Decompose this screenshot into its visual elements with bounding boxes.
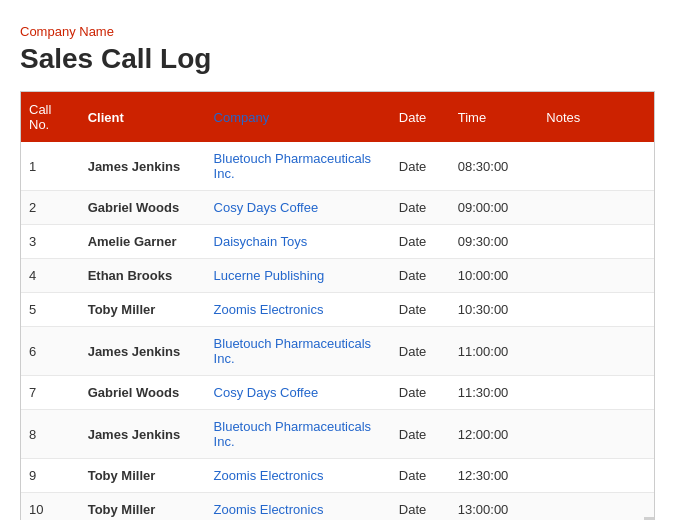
cell-client: Gabriel Woods <box>80 191 206 225</box>
cell-date: Date <box>391 493 450 521</box>
cell-callno: 1 <box>21 142 80 191</box>
cell-date: Date <box>391 293 450 327</box>
cell-company: Bluetouch Pharmaceuticals Inc. <box>206 410 391 459</box>
cell-notes <box>538 327 654 376</box>
cell-client: Gabriel Woods <box>80 376 206 410</box>
cell-client: James Jenkins <box>80 410 206 459</box>
cell-notes <box>538 225 654 259</box>
col-header-client: Client <box>80 92 206 142</box>
cell-company: Bluetouch Pharmaceuticals Inc. <box>206 327 391 376</box>
cell-company: Bluetouch Pharmaceuticals Inc. <box>206 142 391 191</box>
cell-client: James Jenkins <box>80 327 206 376</box>
cell-date: Date <box>391 327 450 376</box>
table-row: 10Toby MillerZoomis ElectronicsDate13:00… <box>21 493 654 521</box>
cell-notes <box>538 459 654 493</box>
table-row: 4Ethan BrooksLucerne PublishingDate10:00… <box>21 259 654 293</box>
cell-date: Date <box>391 225 450 259</box>
cell-time: 12:00:00 <box>450 410 539 459</box>
cell-time: 08:30:00 <box>450 142 539 191</box>
cell-notes <box>538 191 654 225</box>
cell-company: Zoomis Electronics <box>206 493 391 521</box>
cell-client: Ethan Brooks <box>80 259 206 293</box>
table-row: 8James JenkinsBluetouch Pharmaceuticals … <box>21 410 654 459</box>
cell-callno: 10 <box>21 493 80 521</box>
cell-notes <box>538 293 654 327</box>
cell-time: 10:30:00 <box>450 293 539 327</box>
company-name: Company Name <box>20 24 655 39</box>
cell-client: Amelie Garner <box>80 225 206 259</box>
table-row: 3Amelie GarnerDaisychain ToysDate09:30:0… <box>21 225 654 259</box>
cell-notes <box>538 142 654 191</box>
cell-callno: 5 <box>21 293 80 327</box>
table-row: 9Toby MillerZoomis ElectronicsDate12:30:… <box>21 459 654 493</box>
table-row: 1James JenkinsBluetouch Pharmaceuticals … <box>21 142 654 191</box>
table-row: 2Gabriel WoodsCosy Days CoffeeDate09:00:… <box>21 191 654 225</box>
table-row: 6James JenkinsBluetouch Pharmaceuticals … <box>21 327 654 376</box>
cell-date: Date <box>391 459 450 493</box>
col-header-callno: Call No. <box>21 92 80 142</box>
cell-date: Date <box>391 191 450 225</box>
cell-date: Date <box>391 410 450 459</box>
cell-company: Daisychain Toys <box>206 225 391 259</box>
page-title: Sales Call Log <box>20 43 655 75</box>
cell-callno: 8 <box>21 410 80 459</box>
cell-time: 09:30:00 <box>450 225 539 259</box>
cell-client: Toby Miller <box>80 459 206 493</box>
cell-callno: 3 <box>21 225 80 259</box>
cell-company: Cosy Days Coffee <box>206 376 391 410</box>
col-header-notes: Notes <box>538 92 654 142</box>
cell-callno: 9 <box>21 459 80 493</box>
sales-call-log-table: Call No. Client Company Date Time Notes … <box>20 91 655 520</box>
cell-company: Zoomis Electronics <box>206 459 391 493</box>
table-row: 7Gabriel WoodsCosy Days CoffeeDate11:30:… <box>21 376 654 410</box>
cell-time: 10:00:00 <box>450 259 539 293</box>
cell-callno: 6 <box>21 327 80 376</box>
col-header-time: Time <box>450 92 539 142</box>
cell-client: James Jenkins <box>80 142 206 191</box>
cell-company: Lucerne Publishing <box>206 259 391 293</box>
table-header-row: Call No. Client Company Date Time Notes <box>21 92 654 142</box>
cell-notes <box>538 259 654 293</box>
cell-company: Zoomis Electronics <box>206 293 391 327</box>
cell-time: 11:30:00 <box>450 376 539 410</box>
col-header-company: Company <box>206 92 391 142</box>
cell-notes <box>538 493 654 521</box>
cell-callno: 2 <box>21 191 80 225</box>
cell-notes <box>538 376 654 410</box>
cell-notes <box>538 410 654 459</box>
cell-date: Date <box>391 376 450 410</box>
cell-time: 13:00:00 <box>450 493 539 521</box>
table-row: 5Toby MillerZoomis ElectronicsDate10:30:… <box>21 293 654 327</box>
cell-callno: 4 <box>21 259 80 293</box>
cell-date: Date <box>391 142 450 191</box>
col-header-date: Date <box>391 92 450 142</box>
cell-callno: 7 <box>21 376 80 410</box>
cell-company: Cosy Days Coffee <box>206 191 391 225</box>
cell-time: 12:30:00 <box>450 459 539 493</box>
cell-date: Date <box>391 259 450 293</box>
cell-time: 09:00:00 <box>450 191 539 225</box>
cell-client: Toby Miller <box>80 293 206 327</box>
cell-client: Toby Miller <box>80 493 206 521</box>
cell-time: 11:00:00 <box>450 327 539 376</box>
